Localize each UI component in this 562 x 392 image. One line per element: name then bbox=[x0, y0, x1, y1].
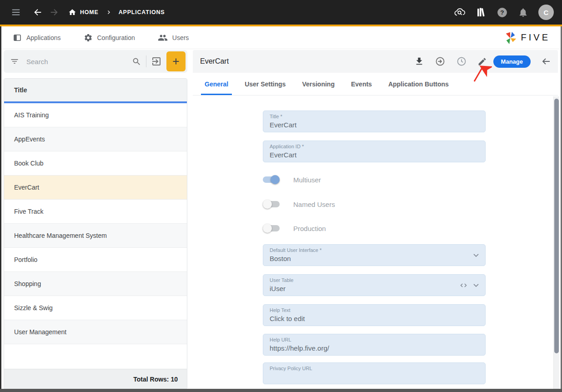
named-users-toggle[interactable] bbox=[263, 200, 280, 209]
detail-header: EverCart Manage bbox=[193, 50, 558, 73]
field-value: iUser bbox=[270, 284, 479, 293]
tab-application-buttons[interactable]: Application Buttons bbox=[388, 73, 449, 95]
code-icon[interactable] bbox=[459, 281, 468, 290]
help-text-field[interactable]: Help Text Click to edit bbox=[263, 304, 486, 326]
field-value: Click to edit bbox=[270, 314, 479, 323]
privacy-policy-url-field[interactable]: Privacy Policy URL bbox=[263, 362, 486, 384]
search-bar bbox=[4, 50, 187, 73]
list-item[interactable]: Book Club bbox=[4, 151, 187, 176]
help-icon[interactable]: ? bbox=[497, 7, 508, 18]
bell-icon[interactable] bbox=[518, 7, 528, 18]
download-icon[interactable] bbox=[414, 56, 424, 66]
filter-icon[interactable] bbox=[10, 57, 19, 66]
list-item[interactable]: AIS Training bbox=[4, 103, 187, 127]
cloud-search-icon[interactable] bbox=[454, 6, 466, 18]
production-toggle[interactable] bbox=[263, 224, 280, 233]
window-edge-left bbox=[0, 26, 1, 392]
application-id-field[interactable]: Application ID * EverCart bbox=[263, 141, 486, 162]
chevron-down-icon[interactable] bbox=[472, 251, 481, 260]
help-url-field[interactable]: Help URL https://help.five.org/ bbox=[263, 334, 486, 356]
brand-text: FIVE bbox=[521, 32, 550, 43]
home-icon[interactable] bbox=[68, 8, 76, 16]
applications-list: Title AIS Training AppEvents Book Club E… bbox=[4, 78, 187, 389]
toggle-label: Multiuser bbox=[293, 176, 321, 184]
multiuser-toggle[interactable] bbox=[263, 175, 280, 184]
scrollbar-thumb[interactable] bbox=[554, 99, 559, 353]
svg-text:?: ? bbox=[500, 9, 504, 16]
breadcrumb-current: APPLICATIONS bbox=[119, 9, 165, 15]
default-user-interface-select[interactable]: Default User Interface * Boston bbox=[263, 244, 486, 266]
module-tab-label: Configuration bbox=[97, 34, 135, 41]
field-label: Help URL bbox=[270, 337, 479, 343]
breadcrumb-home[interactable]: HOME bbox=[80, 9, 99, 15]
list-item[interactable]: Portfolio bbox=[4, 248, 187, 272]
column-header-title[interactable]: Title bbox=[4, 79, 187, 103]
breadcrumb-chevron-icon bbox=[106, 10, 111, 15]
field-label: Title * bbox=[270, 114, 479, 120]
toggle-label: Production bbox=[293, 225, 326, 232]
history-icon[interactable] bbox=[456, 56, 467, 67]
field-label: User Table bbox=[270, 277, 479, 283]
title-field[interactable]: Title * EverCart bbox=[263, 111, 486, 132]
scrollbar-track[interactable] bbox=[553, 96, 559, 389]
applications-icon bbox=[13, 33, 22, 42]
field-value: EverCart bbox=[270, 151, 479, 160]
field-value: Boston bbox=[270, 254, 479, 263]
toggle-label: Named Users bbox=[293, 201, 335, 208]
divider bbox=[146, 55, 146, 67]
field-value: EverCart bbox=[270, 121, 479, 130]
add-application-button[interactable] bbox=[166, 51, 186, 71]
list-item[interactable]: Shopping bbox=[4, 272, 187, 296]
applications-rows: AIS Training AppEvents Book Club EverCar… bbox=[4, 103, 187, 344]
list-item[interactable]: Five Track bbox=[4, 200, 187, 224]
window-edge-bottom bbox=[0, 389, 562, 392]
search-input[interactable] bbox=[25, 57, 132, 66]
tab-general[interactable]: General bbox=[205, 73, 228, 95]
list-item[interactable]: User Management bbox=[4, 320, 187, 344]
import-icon[interactable] bbox=[151, 56, 162, 67]
user-table-select[interactable]: User Table iUser bbox=[263, 274, 486, 296]
field-label: Default User Interface * bbox=[270, 247, 479, 253]
record-title: EverCart bbox=[200, 57, 414, 65]
topbar: HOME APPLICATIONS ? bbox=[0, 0, 562, 25]
detail-tabs: General User Settings Versioning Events … bbox=[193, 73, 558, 95]
run-icon[interactable] bbox=[435, 56, 446, 67]
library-icon[interactable] bbox=[476, 7, 487, 18]
field-value: https://help.five.org/ bbox=[270, 344, 479, 353]
module-tab-label: Applications bbox=[26, 34, 61, 41]
list-item[interactable]: Sizzle & Swig bbox=[4, 296, 187, 320]
total-rows-footer: Total Rows: 10 bbox=[4, 369, 187, 389]
plus-icon bbox=[171, 56, 181, 66]
back-arrow-icon[interactable] bbox=[33, 7, 43, 17]
field-label: Privacy Policy URL bbox=[270, 366, 479, 372]
tab-versioning[interactable]: Versioning bbox=[302, 73, 335, 95]
application-detail-panel: EverCart Manage General bbox=[193, 50, 559, 389]
avatar[interactable]: C bbox=[538, 5, 554, 20]
general-form: Title * EverCart Application ID * EverCa… bbox=[193, 95, 553, 389]
list-item-selected[interactable]: EverCart bbox=[4, 176, 187, 200]
applications-list-panel: Title AIS Training AppEvents Book Club E… bbox=[4, 50, 187, 389]
chevron-down-icon[interactable] bbox=[472, 281, 481, 290]
list-item[interactable]: Healthcare Management System bbox=[4, 224, 187, 248]
five-pinwheel-icon bbox=[504, 31, 517, 45]
module-bar: Applications Configuration Users FIVE bbox=[0, 26, 562, 49]
tab-events[interactable]: Events bbox=[351, 73, 372, 95]
edit-pencil-icon[interactable] bbox=[477, 57, 487, 66]
module-tab-configuration[interactable]: Configuration bbox=[84, 33, 135, 42]
module-tab-label: Users bbox=[172, 34, 189, 41]
manage-button[interactable]: Manage bbox=[493, 55, 531, 68]
field-label: Help Text bbox=[270, 307, 479, 313]
tab-user-settings[interactable]: User Settings bbox=[245, 73, 286, 95]
search-icon[interactable] bbox=[132, 57, 141, 66]
list-item[interactable]: AppEvents bbox=[4, 127, 187, 151]
collapse-left-icon[interactable] bbox=[541, 56, 552, 67]
module-tab-users[interactable]: Users bbox=[158, 33, 189, 43]
field-label: Application ID * bbox=[270, 144, 479, 150]
users-icon bbox=[158, 33, 168, 43]
forward-arrow-icon[interactable] bbox=[49, 7, 59, 17]
brand-logo: FIVE bbox=[504, 31, 562, 45]
module-tab-applications[interactable]: Applications bbox=[13, 33, 61, 42]
menu-icon[interactable] bbox=[11, 7, 21, 17]
configuration-gear-icon bbox=[84, 33, 93, 42]
